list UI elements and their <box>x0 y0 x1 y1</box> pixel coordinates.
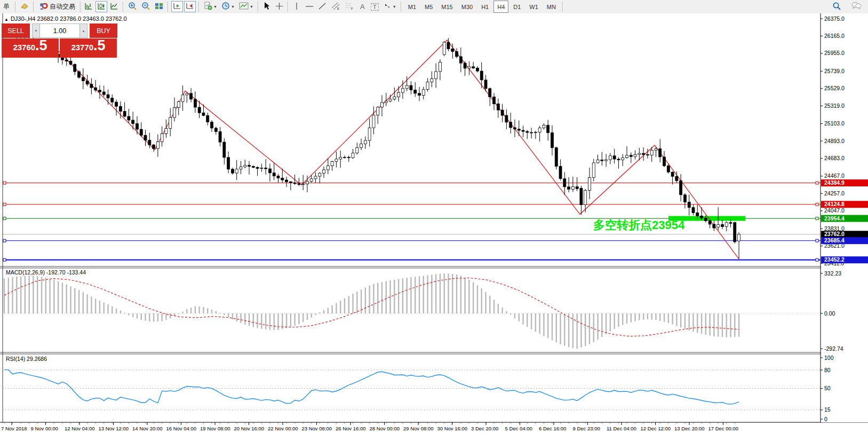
candle-bearish <box>530 132 533 133</box>
trendline-tool[interactable] <box>316 1 328 12</box>
timeframe-H4[interactable]: H4 <box>493 1 508 13</box>
price-tick-label: 26375.0 <box>824 15 845 22</box>
volume-increase-spinner[interactable]: ▲ <box>79 23 87 38</box>
timeframe-H1[interactable]: H1 <box>477 1 492 13</box>
candle-bullish <box>571 187 574 190</box>
candle-bearish <box>729 223 732 224</box>
candle-bearish <box>493 97 496 104</box>
line-chart-icon <box>110 2 118 12</box>
sell-price-display[interactable]: 23760.5 <box>2 38 59 58</box>
bar-chart-button[interactable] <box>83 1 94 12</box>
candle-bearish <box>61 57 63 60</box>
timeframe-W1[interactable]: W1 <box>525 1 542 13</box>
line-chart-button[interactable] <box>108 1 120 12</box>
toolbar-separator <box>33 2 34 12</box>
line-handle-right[interactable] <box>816 182 818 184</box>
chevron-down-icon[interactable]: ▼ <box>213 5 217 9</box>
candlestick-chart-button[interactable] <box>95 1 107 12</box>
new-order-button[interactable]: 单 <box>1 1 12 12</box>
line-handle-left[interactable] <box>3 258 6 261</box>
add-indicator-icon <box>204 2 212 12</box>
line-handle-left[interactable] <box>3 239 6 242</box>
candle-bearish <box>551 133 553 148</box>
candle-bearish <box>509 122 512 128</box>
chevron-down-icon[interactable]: ▼ <box>393 5 396 9</box>
periods-button[interactable]: ▼ <box>220 1 236 12</box>
candle-bearish <box>153 145 155 148</box>
timeframe-M1[interactable]: M1 <box>404 1 420 13</box>
buy-price-display[interactable]: 23770.5 <box>60 38 117 58</box>
line-handle-right[interactable] <box>816 203 818 206</box>
autotrading-label: 自动交易 <box>50 2 75 11</box>
auto-scroll-button[interactable] <box>171 1 183 12</box>
text-tool[interactable]: A <box>357 1 368 12</box>
zoom-in-button[interactable] <box>126 1 139 12</box>
chart-canvas[interactable]: 多空转折点2395426375.026165.025955.025739.025… <box>0 13 868 433</box>
fibonacci-tool[interactable]: F <box>343 1 356 12</box>
line-handle-left[interactable] <box>3 217 6 220</box>
equidistant-channel-tool[interactable]: E <box>329 1 342 12</box>
volume-decrease-spinner[interactable]: ▼ <box>32 23 40 38</box>
chart-shift-icon <box>186 2 194 12</box>
candle-bullish <box>314 176 317 179</box>
price-tick-label: 25739.0 <box>824 68 845 74</box>
line-handle-left[interactable] <box>3 203 6 206</box>
arrows-icon <box>383 2 392 12</box>
candle-bullish <box>360 144 363 148</box>
chevron-down-icon[interactable]: ▼ <box>231 5 235 9</box>
arrows-tool[interactable]: ▼ <box>381 1 398 12</box>
text-label-tool[interactable]: T <box>369 1 380 12</box>
timeframe-D1[interactable]: D1 <box>509 1 524 13</box>
crosshair-button[interactable] <box>274 1 285 12</box>
chat-button[interactable] <box>849 1 863 12</box>
price-tick-label: 24467.0 <box>824 172 845 179</box>
buy-button[interactable]: BUY <box>90 23 117 38</box>
search-button[interactable] <box>831 1 843 12</box>
timeframe-M5[interactable]: M5 <box>421 1 436 13</box>
chart-shift-button[interactable] <box>184 1 196 12</box>
line-handle-right[interactable] <box>816 239 818 242</box>
time-label: 14 Nov 20:00 <box>132 426 163 431</box>
line-handle-right[interactable] <box>816 217 818 220</box>
candle-bullish <box>609 156 611 160</box>
candle-bullish <box>634 155 636 157</box>
panel-collapse-icon[interactable]: ▲ <box>4 17 9 22</box>
candle-bullish <box>538 128 541 132</box>
candle-bullish <box>352 153 354 158</box>
candle-bullish <box>323 170 325 173</box>
candle-bearish <box>688 202 690 207</box>
zoom-out-button[interactable] <box>140 1 152 12</box>
cursor-button[interactable] <box>261 1 273 12</box>
line-handle-right[interactable] <box>816 258 818 261</box>
candle-bullish <box>717 225 720 227</box>
candle-bearish <box>211 122 213 128</box>
history-center-button[interactable] <box>19 1 30 12</box>
time-label: 20 Nov 16:00 <box>234 426 265 431</box>
indicators-button[interactable]: ▼ <box>202 1 219 12</box>
candle-bearish <box>563 179 566 187</box>
candle-bullish <box>302 184 305 184</box>
candle-bullish <box>389 99 392 101</box>
chevron-down-icon[interactable]: ▼ <box>250 5 253 9</box>
horizontal-line-tool[interactable] <box>304 1 315 12</box>
tile-windows-button[interactable] <box>153 1 165 12</box>
timeframe-M30[interactable]: M30 <box>458 1 476 13</box>
volume-input[interactable] <box>40 23 79 38</box>
price-tick-label: 25103.0 <box>824 120 845 127</box>
candle-bullish <box>655 149 657 151</box>
symbol-header: ▲DJ30-,H4 23682.0 23786.0 23463.0 23762.… <box>4 15 127 22</box>
candle-bearish <box>721 225 723 227</box>
sell-button[interactable]: SELL <box>2 23 30 38</box>
templates-button[interactable]: ▼ <box>237 1 255 12</box>
line-handle-left[interactable] <box>3 182 6 184</box>
autotrading-button[interactable]: 自动交易 <box>37 1 78 12</box>
rsi-tick-label: 100 <box>824 355 834 361</box>
buy-price-int: 23770 <box>71 43 93 52</box>
candle-bearish <box>347 158 350 158</box>
svg-text:E: E <box>337 7 339 10</box>
toolbar-separator <box>168 2 169 12</box>
timeframe-MN[interactable]: MN <box>543 1 560 13</box>
fibonacci-icon: F <box>345 2 354 12</box>
timeframe-M15[interactable]: M15 <box>437 1 456 13</box>
vertical-line-tool[interactable] <box>291 1 302 12</box>
